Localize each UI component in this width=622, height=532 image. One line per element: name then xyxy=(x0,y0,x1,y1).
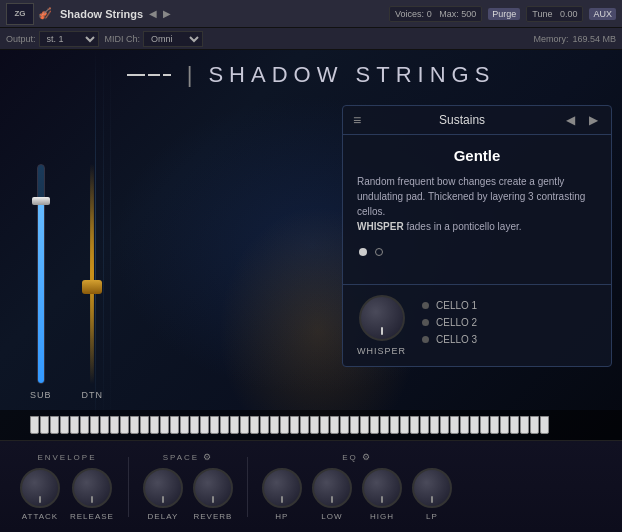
white-key-0[interactable] xyxy=(30,416,39,434)
white-key-41[interactable] xyxy=(440,416,449,434)
cello-item-2[interactable]: CELLO 2 xyxy=(422,317,597,328)
white-key-18[interactable] xyxy=(210,416,219,434)
white-key-26[interactable] xyxy=(290,416,299,434)
whisper-knob[interactable] xyxy=(359,295,405,341)
white-key-48[interactable] xyxy=(510,416,519,434)
white-key-42[interactable] xyxy=(450,416,459,434)
white-key-28[interactable] xyxy=(310,416,319,434)
white-key-8[interactable] xyxy=(110,416,119,434)
white-key-35[interactable] xyxy=(380,416,389,434)
panel-description: Random frequent bow changes create a gen… xyxy=(357,174,597,234)
attack-knob[interactable] xyxy=(20,468,60,508)
white-key-15[interactable] xyxy=(180,416,189,434)
white-key-12[interactable] xyxy=(150,416,159,434)
white-key-49[interactable] xyxy=(520,416,529,434)
white-key-34[interactable] xyxy=(370,416,379,434)
space-gear-icon[interactable]: ⚙ xyxy=(203,452,213,462)
release-knob[interactable] xyxy=(72,468,112,508)
reverb-knob[interactable] xyxy=(193,468,233,508)
white-key-4[interactable] xyxy=(70,416,79,434)
lp-knob[interactable] xyxy=(412,468,452,508)
cello-list: CELLO 1 CELLO 2 CELLO 3 xyxy=(422,300,597,351)
eq-gear-icon[interactable]: ⚙ xyxy=(362,452,372,462)
white-key-22[interactable] xyxy=(250,416,259,434)
white-key-38[interactable] xyxy=(410,416,419,434)
memory-display: Memory: 169.54 MB xyxy=(533,34,616,44)
white-key-5[interactable] xyxy=(80,416,89,434)
output-select[interactable]: st. 1 xyxy=(39,31,99,47)
instrument-area: | SHADOW STRINGS SUB DTN ≡ Sustains xyxy=(0,50,622,440)
white-key-3[interactable] xyxy=(60,416,69,434)
white-key-36[interactable] xyxy=(390,416,399,434)
white-key-33[interactable] xyxy=(360,416,369,434)
tune-display: Tune 0.00 xyxy=(526,6,583,22)
white-key-11[interactable] xyxy=(140,416,149,434)
white-key-30[interactable] xyxy=(330,416,339,434)
white-key-31[interactable] xyxy=(340,416,349,434)
white-key-27[interactable] xyxy=(300,416,309,434)
low-knob[interactable] xyxy=(312,468,352,508)
dtn-fader-track[interactable] xyxy=(90,164,94,384)
dot-1[interactable] xyxy=(359,248,367,256)
white-key-25[interactable] xyxy=(280,416,289,434)
high-knob[interactable] xyxy=(362,468,402,508)
white-key-1[interactable] xyxy=(40,416,49,434)
white-key-9[interactable] xyxy=(120,416,129,434)
white-key-17[interactable] xyxy=(200,416,209,434)
white-key-20[interactable] xyxy=(230,416,239,434)
hp-knob[interactable] xyxy=(262,468,302,508)
whisper-label: WHISPER xyxy=(357,346,406,356)
dot-2[interactable] xyxy=(375,248,383,256)
white-key-39[interactable] xyxy=(420,416,429,434)
white-key-44[interactable] xyxy=(470,416,479,434)
sub-fader-track[interactable] xyxy=(37,164,45,384)
white-key-29[interactable] xyxy=(320,416,329,434)
purge-button[interactable]: Purge xyxy=(488,8,520,20)
white-key-43[interactable] xyxy=(460,416,469,434)
white-key-37[interactable] xyxy=(400,416,409,434)
attack-wrap: ATTACK xyxy=(20,468,60,521)
lp-label: LP xyxy=(426,512,438,521)
white-key-46[interactable] xyxy=(490,416,499,434)
panel-menu-icon[interactable]: ≡ xyxy=(353,112,361,128)
cello-label-1: CELLO 1 xyxy=(436,300,477,311)
attack-indicator xyxy=(39,496,41,503)
white-key-13[interactable] xyxy=(160,416,169,434)
white-key-14[interactable] xyxy=(170,416,179,434)
preset-name: Gentle xyxy=(357,147,597,164)
delay-knob[interactable] xyxy=(143,468,183,508)
aux-button[interactable]: AUX xyxy=(589,8,616,20)
panel-nav-prev[interactable]: ◀ xyxy=(563,113,578,127)
dtn-fader-thumb[interactable] xyxy=(82,280,102,294)
dot-indicators xyxy=(357,248,597,256)
whisper-bold: WHISPER xyxy=(357,221,404,232)
white-key-51[interactable] xyxy=(540,416,549,434)
cello-item-1[interactable]: CELLO 1 xyxy=(422,300,597,311)
controls-bar: ENVELOPE ATTACK RELEASE SPACE ⚙ xyxy=(0,440,622,532)
cello-item-3[interactable]: CELLO 3 xyxy=(422,334,597,345)
white-key-40[interactable] xyxy=(430,416,439,434)
white-key-19[interactable] xyxy=(220,416,229,434)
white-key-45[interactable] xyxy=(480,416,489,434)
white-key-2[interactable] xyxy=(50,416,59,434)
white-key-24[interactable] xyxy=(270,416,279,434)
white-key-23[interactable] xyxy=(260,416,269,434)
sub-fader-thumb[interactable] xyxy=(32,197,50,205)
panel-nav-next[interactable]: ▶ xyxy=(586,113,601,127)
white-key-16[interactable] xyxy=(190,416,199,434)
white-key-32[interactable] xyxy=(350,416,359,434)
white-key-47[interactable] xyxy=(500,416,509,434)
space-label: SPACE ⚙ xyxy=(163,452,214,462)
white-key-7[interactable] xyxy=(100,416,109,434)
midi-select[interactable]: Omni xyxy=(143,31,203,47)
white-key-50[interactable] xyxy=(530,416,539,434)
envelope-group: ENVELOPE ATTACK RELEASE xyxy=(20,453,114,521)
white-key-21[interactable] xyxy=(240,416,249,434)
white-key-6[interactable] xyxy=(90,416,99,434)
panel-title: Sustains xyxy=(369,113,555,127)
envelope-knobs: ATTACK RELEASE xyxy=(20,468,114,521)
lp-wrap: LP xyxy=(412,468,452,521)
nav-prev[interactable]: ◀ xyxy=(149,8,157,19)
nav-next[interactable]: ▶ xyxy=(163,8,171,19)
white-key-10[interactable] xyxy=(130,416,139,434)
